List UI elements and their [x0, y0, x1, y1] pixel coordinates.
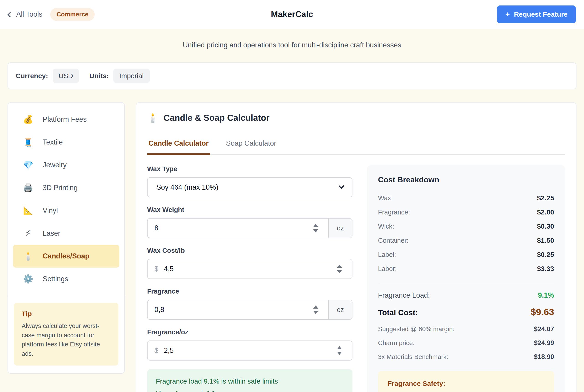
- calculator-tabs: Candle Calculator Soap Calculator: [147, 135, 565, 155]
- cost-breakdown-title: Cost Breakdown: [378, 175, 554, 184]
- fragrance-safe-alert-title: Fragrance load 9.1% is within safe limit…: [156, 378, 344, 385]
- fragrance-input[interactable]: 0,8: [148, 300, 328, 319]
- fragrance-load-label: Fragrance Load:: [378, 291, 430, 300]
- calculator-title: Candle & Soap Calculator: [164, 113, 270, 123]
- sidebar-item-label: Settings: [43, 275, 68, 283]
- fragrance-safe-alert: Fragrance load 9.1% is within safe limit…: [147, 369, 353, 392]
- sidebar-item-label: Candles/Soap: [43, 252, 89, 260]
- wax-weight-input-group: 8 oz: [147, 218, 353, 238]
- sidebar-item-label: Vinyl: [43, 206, 58, 215]
- fragrance-safe-alert-subtitle: Max safe amount: 0.8 oz: [156, 390, 344, 392]
- fragrance-per-oz-input-group: $ 2,5: [147, 340, 353, 360]
- breakdown-row-container: Container: $1.50: [378, 236, 554, 244]
- stepper-up-icon[interactable]: [313, 306, 318, 308]
- sidebar: 💰 Platform Fees 🧵 Textile 💎 Jewelry 🖨️ 3…: [8, 102, 125, 374]
- sidebar-item-vinyl[interactable]: 📐 Vinyl: [13, 199, 119, 222]
- row-value: $24.99: [534, 339, 554, 347]
- row-value: $2.00: [537, 208, 554, 216]
- total-cost-value: $9.63: [531, 307, 554, 318]
- total-cost-row: Total Cost: $9.63: [378, 307, 554, 318]
- wax-weight-label: Wax Weight: [147, 206, 353, 214]
- fragrance-input-group: 0,8 oz: [147, 300, 353, 320]
- row-value: $3.33: [537, 265, 554, 272]
- units-value-pill[interactable]: Imperial: [113, 69, 150, 83]
- breakdown-row-label: Label: $0.25: [378, 251, 554, 258]
- stepper[interactable]: [313, 224, 322, 232]
- sidebar-item-jewelry[interactable]: 💎 Jewelry: [13, 154, 119, 176]
- money-bag-icon: 💰: [23, 115, 33, 124]
- app-subtitle: Unified pricing and operations tool for …: [0, 29, 584, 62]
- calculator-header: 🕯️ Candle & Soap Calculator: [147, 112, 565, 123]
- stepper-down-icon[interactable]: [313, 229, 318, 232]
- sidebar-item-3d-printing[interactable]: 🖨️ 3D Printing: [13, 176, 119, 199]
- calculator-card: 🕯️ Candle & Soap Calculator Candle Calcu…: [136, 102, 576, 392]
- row-label: Container:: [378, 237, 409, 244]
- commerce-category-badge: Commerce: [50, 8, 95, 21]
- fragrance-unit-suffix: oz: [328, 300, 352, 319]
- breakdown-divider: [378, 282, 554, 283]
- sidebar-item-settings[interactable]: ⚙️ Settings: [13, 268, 119, 290]
- sidebar-item-textile[interactable]: 🧵 Textile: [13, 131, 119, 154]
- row-label: Labor:: [378, 265, 397, 272]
- settings-bar: Currency: USD Units: Imperial: [8, 62, 576, 89]
- currency-value-pill[interactable]: USD: [53, 69, 79, 83]
- tab-candle-calculator[interactable]: Candle Calculator: [147, 135, 210, 155]
- row-label: 3x Materials Benchmark:: [378, 353, 448, 360]
- breakdown-row-wick: Wick: $0.30: [378, 222, 554, 230]
- fragrance-value: 0,8: [154, 306, 164, 314]
- stepper-down-icon[interactable]: [337, 270, 342, 273]
- row-label: Charm price:: [378, 339, 415, 347]
- stepper-down-icon[interactable]: [337, 352, 342, 355]
- candle-icon: 🕯️: [23, 252, 33, 261]
- row-value: $1.50: [537, 236, 554, 244]
- charm-price-row: Charm price: $24.99: [378, 339, 554, 347]
- stepper-up-icon[interactable]: [337, 346, 342, 350]
- stepper-down-icon[interactable]: [313, 311, 318, 314]
- wax-weight-input[interactable]: 8: [148, 218, 328, 238]
- row-value: $0.25: [537, 251, 554, 258]
- stepper[interactable]: [337, 346, 345, 355]
- breakdown-row-labor: Labor: $3.33: [378, 265, 554, 272]
- fragrance-load-row: Fragrance Load: 9.1%: [378, 291, 554, 300]
- wax-type-select[interactable]: Soy 464 (max 10%): [147, 177, 353, 197]
- wax-type-label: Wax Type: [147, 165, 353, 173]
- dollar-prefix: $: [154, 346, 158, 354]
- sidebar-item-label: Jewelry: [43, 161, 67, 169]
- stepper-up-icon[interactable]: [313, 224, 318, 227]
- stepper[interactable]: [337, 264, 345, 273]
- thread-spool-icon: 🧵: [23, 138, 33, 147]
- row-label: Suggested @ 60% margin:: [378, 326, 454, 333]
- tip-title: Tip: [22, 310, 111, 318]
- request-feature-button[interactable]: + Request Feature: [497, 6, 576, 23]
- materials-benchmark-row: 3x Materials Benchmark: $18.90: [378, 353, 554, 360]
- total-cost-label: Total Cost:: [378, 308, 418, 317]
- row-label: Wick:: [378, 223, 394, 230]
- wax-cost-input-group: $ 4,5: [147, 259, 353, 279]
- wax-weight-unit-suffix: oz: [328, 218, 352, 238]
- candle-form: Wax Type Soy 464 (max 10%) Wax Weight 8: [147, 165, 353, 392]
- sidebar-item-label: 3D Printing: [43, 184, 78, 192]
- top-bar: All Tools Commerce MakerCalc + Request F…: [0, 0, 584, 29]
- currency-label: Currency:: [16, 72, 48, 80]
- back-to-all-tools-link[interactable]: All Tools: [8, 10, 43, 18]
- stepper[interactable]: [313, 306, 322, 314]
- wax-weight-value: 8: [154, 224, 158, 232]
- wax-cost-value: 4,5: [164, 265, 174, 273]
- plus-icon: +: [505, 10, 510, 18]
- fragrance-safety-title: Fragrance Safety:: [388, 380, 544, 388]
- tip-box: Tip Always calculate your worst-case mar…: [14, 303, 118, 366]
- fragrance-per-oz-label: Fragrance/oz: [147, 328, 353, 336]
- sidebar-item-candles-soap[interactable]: 🕯️ Candles/Soap: [13, 245, 119, 268]
- fragrance-per-oz-input[interactable]: $ 2,5: [148, 341, 352, 360]
- tab-soap-calculator[interactable]: Soap Calculator: [225, 135, 278, 155]
- sidebar-item-laser[interactable]: ⚡ Laser: [13, 222, 119, 245]
- row-value: $2.25: [537, 194, 554, 202]
- sidebar-nav: 💰 Platform Fees 🧵 Textile 💎 Jewelry 🖨️ 3…: [8, 102, 124, 296]
- wax-cost-input[interactable]: $ 4,5: [148, 259, 352, 278]
- stepper-up-icon[interactable]: [337, 264, 342, 268]
- sidebar-item-label: Textile: [43, 138, 63, 146]
- sidebar-item-platform-fees[interactable]: 💰 Platform Fees: [13, 108, 119, 131]
- row-value: $24.07: [534, 325, 554, 333]
- tip-body: Always calculate your worst-case margin …: [22, 321, 111, 358]
- back-link-label: All Tools: [16, 10, 43, 18]
